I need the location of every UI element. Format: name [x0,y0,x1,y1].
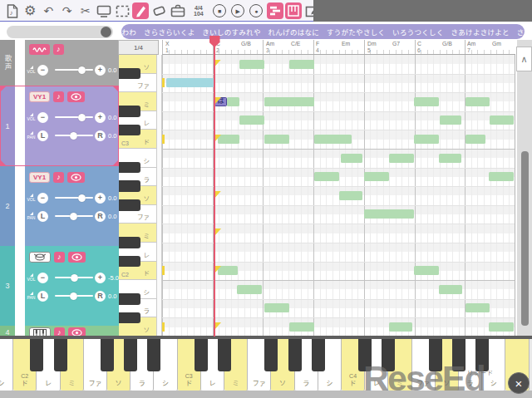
vol-plus-button[interactable]: + [95,193,106,204]
stop-button[interactable]: ■ [211,2,228,19]
toolbox-button[interactable] [170,2,186,19]
piano-black-key[interactable] [312,339,325,371]
track-1[interactable]: 1VY1♪VOL−+0.0PANLR0.0 [0,86,119,166]
note-badge[interactable]: ♪ [53,91,64,102]
note[interactable] [341,154,362,163]
pencil-tool-button[interactable] [132,2,149,19]
piano-roll-view-button[interactable] [267,2,283,19]
note-badge[interactable]: ♪ [54,252,65,263]
note[interactable] [389,154,414,163]
note[interactable] [264,97,314,106]
vol-minus-button[interactable]: − [37,273,48,283]
pan-right-button[interactable]: R [95,130,106,141]
note[interactable] [414,135,439,144]
sidebar-collapse-slider[interactable] [7,26,113,38]
note[interactable] [264,135,289,144]
roll-black-key[interactable] [119,256,140,268]
track-2[interactable]: 2VY1♪VOL−+0.0PANLR0.0 [0,166,119,246]
note[interactable] [239,115,264,125]
note[interactable] [466,97,490,106]
note[interactable] [364,209,414,219]
pan-slider-knob[interactable] [70,132,77,140]
voicebank-badge[interactable]: VY1 [29,172,50,183]
piano-black-key[interactable] [147,339,160,371]
note[interactable] [364,172,389,181]
eye-badge[interactable] [68,252,86,263]
note[interactable] [389,322,412,332]
roll-black-key[interactable] [119,199,140,211]
vol-slider-knob[interactable] [78,194,86,202]
eye-badge[interactable] [67,91,85,102]
file-button[interactable]: ♪ [3,2,20,19]
track-3-handle[interactable] [15,246,25,326]
piano-black-key[interactable] [124,339,137,371]
keyboard-view-button[interactable] [285,2,302,19]
note-badge[interactable]: ♪ [53,44,64,55]
note[interactable] [489,322,514,332]
display-button[interactable] [96,2,112,19]
track-3[interactable]: 3♪VOL−+-5.0PANLR0.0 [0,246,119,326]
time-tempo-button[interactable]: 4/4104 [188,2,209,19]
vol-slider-knob[interactable] [71,274,78,282]
grid-zoom-level[interactable]: 1/4 [118,40,159,55]
note[interactable] [289,60,314,69]
note[interactable] [439,154,461,163]
roll-black-key[interactable] [119,106,140,117]
vol-minus-button[interactable]: − [37,112,48,123]
pan-left-button[interactable]: L [37,211,48,222]
note[interactable] [227,97,239,106]
piano-black-key[interactable] [264,339,278,371]
vertical-scrollbar-thumb[interactable] [521,151,529,326]
scroll-up-button[interactable]: ∧ [516,47,532,71]
piano-black-key[interactable] [54,339,67,371]
drum-badge[interactable] [29,252,51,263]
vol-plus-button[interactable]: + [95,273,106,283]
pan-right-button[interactable]: R [95,291,106,302]
note[interactable] [466,303,490,312]
piano-black-key[interactable] [288,339,302,371]
roll-black-key[interactable] [119,312,140,324]
note[interactable] [264,303,289,312]
vol-slider-knob[interactable] [78,66,86,74]
note[interactable] [466,135,485,144]
vol-slider-track[interactable] [55,69,93,71]
note[interactable] [218,266,238,275]
vol-slider-track[interactable] [55,197,93,199]
track-vocal[interactable]: 歌声♪VOL−+0.0 [0,40,119,86]
eye-badge[interactable] [67,172,85,183]
roll-black-key[interactable] [119,125,140,136]
note[interactable] [439,285,462,294]
vol-slider-knob[interactable] [78,114,86,121]
pan-left-button[interactable]: L [37,291,48,302]
piano-black-key[interactable] [101,339,114,371]
pan-left-button[interactable]: L [37,130,48,141]
note[interactable] [166,78,214,87]
select-button[interactable] [114,2,131,19]
note-badge[interactable]: ♪ [53,172,64,183]
piano-black-key[interactable] [218,339,231,371]
undo-button[interactable]: ↶ [40,2,57,19]
watermark-close-button[interactable]: × [508,372,530,394]
note[interactable] [339,191,362,200]
settings-button[interactable]: ⚙ [22,2,38,19]
record-button[interactable]: ● [248,2,264,19]
pan-slider-knob[interactable] [70,213,77,220]
note[interactable] [314,135,352,144]
roll-black-key[interactable] [119,180,140,192]
cut-button[interactable]: ✂ [77,2,94,19]
note[interactable] [440,115,461,125]
wave-badge[interactable] [29,44,50,55]
vol-minus-button[interactable]: − [37,193,48,204]
vol-plus-button[interactable]: + [95,65,106,76]
piano-black-key[interactable] [195,339,208,371]
voicebank-badge[interactable]: VY1 [29,91,50,102]
note[interactable] [237,285,262,294]
pan-slider-knob[interactable] [70,292,77,300]
roll-black-key[interactable] [119,237,140,248]
track-2-handle[interactable] [15,166,25,246]
play-button[interactable]: ▶ [229,2,246,19]
playhead-line[interactable] [214,40,215,337]
track-1-handle[interactable] [15,86,25,166]
sidebar-collapse-knob[interactable] [101,27,111,37]
vol-plus-button[interactable]: + [95,112,106,123]
